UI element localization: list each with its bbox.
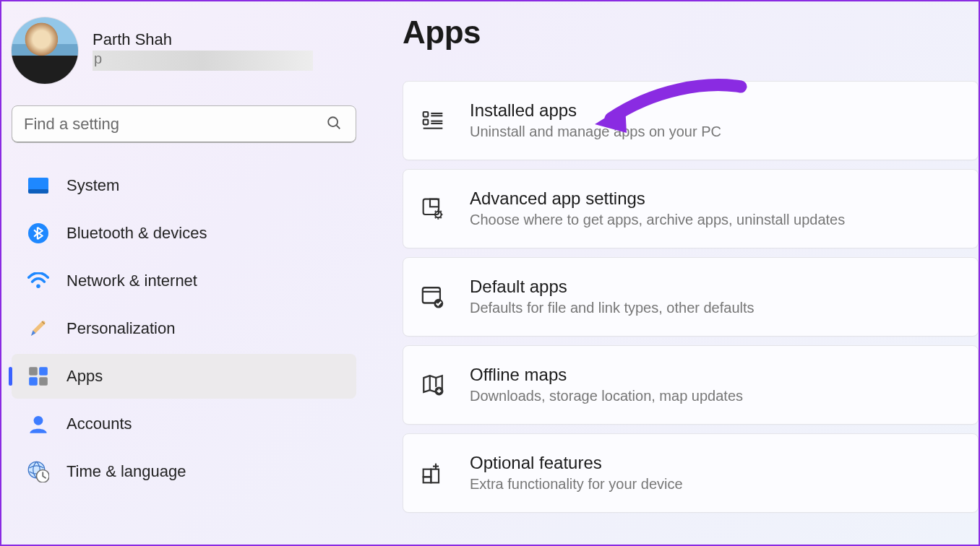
sidebar-item-system[interactable]: System xyxy=(12,163,356,208)
sidebar: Parth Shah p System Bluetooth & device xyxy=(1,1,366,545)
sidebar-item-time[interactable]: Time & language xyxy=(12,449,356,494)
system-icon xyxy=(27,175,49,196)
card-subtitle: Defaults for file and link types, other … xyxy=(470,298,755,318)
svg-rect-21 xyxy=(430,199,439,207)
advanced-settings-icon xyxy=(421,196,445,221)
sidebar-item-label: System xyxy=(66,176,119,195)
card-title: Offline maps xyxy=(470,363,743,386)
sidebar-item-label: Time & language xyxy=(66,462,186,481)
time-language-icon xyxy=(27,461,49,482)
card-installed-apps[interactable]: Installed apps Uninstall and manage apps… xyxy=(403,81,979,160)
svg-rect-9 xyxy=(39,377,48,386)
svg-rect-8 xyxy=(29,377,38,386)
sidebar-item-apps[interactable]: Apps xyxy=(12,354,356,399)
card-default-apps[interactable]: Default apps Defaults for file and link … xyxy=(403,257,979,337)
avatar xyxy=(12,17,78,84)
card-title: Default apps xyxy=(470,275,755,298)
sidebar-item-network[interactable]: Network & internet xyxy=(12,259,356,303)
card-title: Installed apps xyxy=(470,99,721,121)
bluetooth-icon xyxy=(27,222,49,244)
optional-features-icon xyxy=(421,461,445,485)
card-subtitle: Downloads, storage location, map updates xyxy=(470,386,743,407)
svg-line-1 xyxy=(337,126,340,129)
sidebar-item-personalization[interactable]: Personalization xyxy=(12,306,356,351)
main-content: Apps Installed apps Uninstall and manage… xyxy=(366,1,979,545)
installed-apps-icon xyxy=(421,108,445,133)
svg-rect-7 xyxy=(39,367,48,376)
svg-rect-13 xyxy=(424,112,429,117)
profile-name: Parth Shah xyxy=(93,30,313,49)
card-optional-features[interactable]: Optional features Extra functionality fo… xyxy=(403,433,979,513)
sidebar-item-accounts[interactable]: Accounts xyxy=(12,402,356,446)
accounts-icon xyxy=(27,413,49,435)
default-apps-icon xyxy=(421,285,445,309)
search-icon xyxy=(326,115,342,134)
svg-rect-6 xyxy=(29,367,38,376)
svg-rect-31 xyxy=(431,469,439,483)
sidebar-item-bluetooth[interactable]: Bluetooth & devices xyxy=(12,211,356,256)
card-title: Optional features xyxy=(470,451,683,474)
card-subtitle: Uninstall and manage apps on your PC xyxy=(470,121,721,142)
sidebar-nav: System Bluetooth & devices Network & int… xyxy=(7,163,361,494)
card-title: Advanced app settings xyxy=(470,187,845,209)
sidebar-item-label: Network & internet xyxy=(66,272,197,290)
svg-point-5 xyxy=(36,284,40,288)
svg-rect-29 xyxy=(424,469,431,477)
svg-rect-30 xyxy=(424,477,431,482)
svg-point-0 xyxy=(328,117,338,126)
apps-icon xyxy=(27,365,49,387)
search-box[interactable] xyxy=(12,105,356,143)
card-offline-maps[interactable]: Offline maps Downloads, storage location… xyxy=(403,345,979,425)
svg-point-10 xyxy=(34,416,43,425)
personalization-icon xyxy=(27,318,49,339)
sidebar-item-label: Accounts xyxy=(66,415,132,433)
svg-rect-14 xyxy=(424,120,429,125)
sidebar-item-label: Personalization xyxy=(66,319,175,338)
svg-rect-3 xyxy=(28,189,48,194)
profile-email: p xyxy=(93,51,313,71)
card-subtitle: Choose where to get apps, archive apps, … xyxy=(470,209,845,230)
sidebar-item-label: Apps xyxy=(66,367,103,386)
card-subtitle: Extra functionality for your device xyxy=(470,474,683,495)
page-title: Apps xyxy=(403,14,979,51)
profile-section[interactable]: Parth Shah p xyxy=(7,14,361,105)
wifi-icon xyxy=(27,270,49,292)
offline-maps-icon xyxy=(421,373,445,397)
sidebar-item-label: Bluetooth & devices xyxy=(66,224,207,243)
card-advanced-app-settings[interactable]: Advanced app settings Choose where to ge… xyxy=(403,169,979,248)
search-input[interactable] xyxy=(12,105,356,143)
